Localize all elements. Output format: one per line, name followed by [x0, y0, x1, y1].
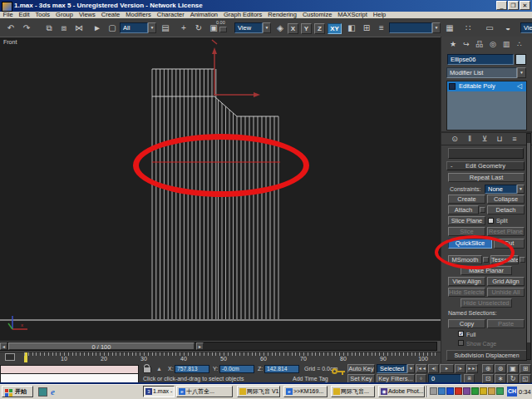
y-coordinate-field[interactable]: -0.0cm — [219, 365, 254, 373]
pan-icon[interactable]: ∗ — [495, 374, 506, 383]
next-frame-icon[interactable]: |► — [455, 364, 466, 373]
clock[interactable]: 0:34 — [519, 388, 531, 396]
render-type-icon[interactable]: ∷ — [462, 22, 474, 33]
select-object-icon[interactable]: ► — [91, 22, 103, 33]
tray-icon-5[interactable] — [471, 387, 479, 395]
pin-stack-icon[interactable]: ⊙ — [449, 134, 461, 144]
menu-rendering[interactable]: Rendering — [265, 12, 300, 18]
constraints-arrow-icon[interactable]: ▼ — [517, 185, 525, 194]
menu-graph-editors[interactable]: Graph Editors — [221, 12, 265, 18]
absolute-offset-icon[interactable]: ▲ — [156, 366, 162, 372]
region-zoom-icon[interactable]: ⊡ — [482, 374, 494, 383]
restrict-x-button[interactable]: X — [288, 23, 298, 34]
full-interactivity-checkbox[interactable]: ✓ — [458, 331, 464, 337]
minimize-button[interactable]: _ — [496, 1, 507, 10]
play-icon[interactable]: ► — [440, 364, 454, 373]
slice-plane-button[interactable]: Slice Plane — [448, 216, 485, 225]
copy-button[interactable]: Copy — [448, 319, 485, 328]
select-and-move-icon[interactable]: + — [178, 22, 190, 33]
motion-tab[interactable]: ◎ — [487, 38, 499, 50]
time-back-arrow-icon[interactable]: ◄ — [0, 342, 7, 350]
start-button[interactable]: 开始 — [2, 386, 33, 397]
edit-geometry-rollout-header[interactable]: - Edit Geometry — [446, 161, 525, 170]
tray-icon-8[interactable] — [496, 387, 504, 395]
configure-stack-icon[interactable]: ≡ — [509, 134, 520, 144]
auto-key-button[interactable]: Auto Key — [347, 364, 375, 373]
zoom-extents-all-icon[interactable]: ⊞ — [520, 364, 531, 373]
vertex-subobject-icon[interactable] — [449, 83, 456, 90]
create-button[interactable]: Create — [448, 195, 485, 204]
menu-create[interactable]: Create — [98, 12, 123, 18]
zoom-icon[interactable]: ⊕ — [482, 364, 494, 373]
remove-modifier-icon[interactable]: ⊔ — [494, 134, 505, 144]
menu-animation[interactable]: Animation — [187, 12, 220, 18]
paste-button[interactable]: Paste — [487, 319, 525, 328]
tessellate-settings-icon[interactable] — [520, 257, 525, 263]
selection-filter-arrow-icon[interactable]: ▼ — [148, 22, 156, 33]
stack-item-editable-poly[interactable]: Editable Poly ◁ — [447, 81, 526, 91]
show-end-result-icon[interactable]: ‖ — [464, 134, 475, 144]
constraints-dropdown[interactable]: None — [485, 185, 517, 194]
modify-tab[interactable]: ↪ — [461, 38, 472, 50]
modifier-list-dropdown[interactable]: Modifier List — [446, 67, 517, 78]
grid-align-button[interactable]: Grid Align — [487, 277, 525, 286]
repeat-last-button[interactable]: Repeat Last — [448, 173, 525, 182]
task-button-1[interactable]: e十八首全... — [176, 386, 233, 397]
quick-render-icon[interactable]: ▭ — [484, 22, 495, 33]
unhide-all-button[interactable]: Unhide All — [487, 288, 525, 297]
restrict-z-button[interactable]: Z — [314, 23, 325, 34]
menu-edit[interactable]: Edit — [16, 12, 32, 18]
coord-system-arrow-icon[interactable]: ▼ — [263, 22, 271, 33]
tray-icon-3[interactable] — [455, 387, 462, 395]
utilities-tab[interactable]: ∴ — [514, 38, 525, 50]
mirror-icon[interactable]: ◧ — [346, 22, 357, 33]
render-last-icon[interactable]: ◒ — [502, 22, 514, 33]
previous-frame-icon[interactable]: ◄| — [428, 364, 439, 373]
menu-maxscript[interactable]: MAXScript — [335, 12, 370, 18]
show-cage-checkbox[interactable] — [458, 340, 464, 346]
menu-group[interactable]: Group — [53, 12, 76, 18]
tray-icon-0[interactable] — [430, 387, 437, 395]
menu-character[interactable]: Character — [154, 12, 187, 18]
time-slider-handle[interactable]: 0 / 100 — [8, 342, 195, 350]
selection-filter-dropdown[interactable]: All — [120, 22, 148, 33]
task-button-5[interactable]: ◉Adobe Phot... — [378, 386, 425, 397]
zoom-all-icon[interactable]: ⊛ — [495, 364, 506, 373]
attach-settings-icon[interactable] — [480, 207, 485, 213]
view-align-button[interactable]: View Align — [448, 277, 485, 286]
task-button-3[interactable]: e>>KM169... — [283, 386, 328, 397]
menu-file[interactable]: File — [0, 12, 16, 18]
add-time-tag[interactable]: Add Time Tag — [293, 376, 328, 382]
collapse-button[interactable]: Collapse — [487, 195, 525, 204]
make-unique-icon[interactable]: ⊻ — [479, 134, 490, 144]
object-color-swatch[interactable] — [515, 54, 526, 65]
go-to-start-icon[interactable]: |◄◄ — [416, 364, 427, 373]
partial-rollout-header[interactable] — [448, 148, 524, 159]
command-panel-scrollbar-thumb[interactable] — [527, 143, 530, 342]
tray-icon-1[interactable] — [438, 387, 446, 395]
select-and-rotate-icon[interactable]: ↻ — [193, 22, 204, 33]
hierarchy-tab[interactable]: 品 — [474, 38, 485, 50]
arc-rotate-icon[interactable]: ↻ — [507, 374, 519, 383]
subdivision-displacement-rollout-header[interactable]: Subdivision Displacemen — [446, 350, 527, 361]
bind-to-spacewarp-icon[interactable]: ⋈ — [73, 22, 85, 33]
menu-tools[interactable]: Tools — [32, 12, 53, 18]
display-tab[interactable]: ▥ — [500, 38, 512, 50]
zoom-extents-icon[interactable]: ▣ — [507, 364, 519, 373]
trackbar-mode-icon[interactable] — [5, 353, 15, 361]
task-button-4[interactable]: 网际飞音... — [331, 386, 375, 397]
render-scene-icon[interactable]: ▦ — [444, 22, 456, 33]
hide-unselected-button[interactable]: Hide Unselected — [461, 298, 512, 308]
go-to-end-icon[interactable]: ►►| — [466, 364, 478, 373]
time-forward-arrow-icon[interactable]: ► — [196, 342, 204, 350]
select-by-name-icon[interactable]: ▤ — [160, 22, 171, 33]
pin-icon[interactable]: ◁ — [517, 81, 522, 91]
z-coordinate-field[interactable]: 142.814 — [264, 365, 299, 373]
stack-item-label[interactable]: Editable Poly — [459, 81, 495, 91]
manipulate-icon[interactable]: ◈ — [274, 22, 286, 33]
key-selection-dropdown[interactable]: Selected — [377, 364, 407, 373]
key-selection-arrow-icon[interactable]: ▼ — [407, 364, 415, 373]
modifier-list-arrow-icon[interactable]: ▼ — [517, 67, 526, 78]
macro-recorder-field[interactable] — [0, 365, 139, 374]
object-name-field[interactable]: Ellipse06 — [447, 54, 514, 65]
